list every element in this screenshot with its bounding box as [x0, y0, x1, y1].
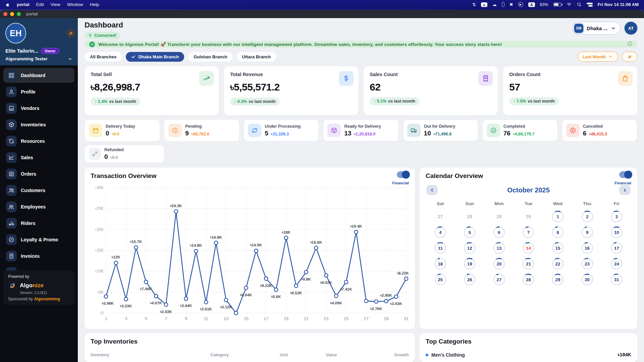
calendar-date-11[interactable]: 11	[426, 242, 455, 254]
calendar-date-3[interactable]: 3	[602, 210, 631, 223]
playback-icon[interactable]: ▶	[518, 2, 523, 7]
calendar-date-26[interactable]: 26	[455, 274, 485, 286]
sidebar-item-customers[interactable]: Customers	[3, 183, 74, 198]
menubar-view-menu[interactable]: View	[51, 2, 60, 7]
calendar-financial-toggle[interactable]	[619, 171, 631, 178]
calendar-date-19[interactable]: 19	[455, 258, 485, 270]
calendar-date-29[interactable]: 29	[543, 274, 573, 286]
calendar-date-2[interactable]: 2	[573, 210, 602, 223]
calendar-day-header: Fri	[602, 201, 631, 206]
sidebar-item-dashboard[interactable]: Dashboard	[3, 68, 74, 83]
svg-text:11: 11	[204, 316, 209, 321]
tab-gulshan-branch[interactable]: Gulshan Branch	[188, 52, 232, 62]
tile-count: 6	[583, 130, 587, 137]
apple-menu-icon[interactable]	[5, 2, 10, 7]
peripheral-battery-icon[interactable]	[502, 2, 504, 7]
close-window-button[interactable]	[3, 12, 7, 16]
calendar-date-27[interactable]: 27	[484, 274, 514, 286]
calendar-day-header: Sun	[455, 201, 485, 206]
financial-toggle-label: Financial	[392, 181, 409, 185]
sidebar-item-riders[interactable]: Riders	[3, 216, 74, 231]
calendar-date-20[interactable]: 20	[484, 258, 514, 270]
user-row[interactable]: Algoramming Tester	[5, 56, 72, 61]
tile-count: 0	[104, 153, 108, 161]
sync-icon	[251, 127, 258, 134]
calendar-date-30[interactable]: 30	[573, 274, 602, 286]
user-avatar[interactable]: AT	[625, 22, 637, 35]
sidebar-collapse-button[interactable]	[66, 28, 75, 38]
calendar-date-24[interactable]: 24	[602, 258, 631, 270]
calendar-date-1[interactable]: 1	[543, 210, 573, 223]
menubar-app-menu[interactable]: portal	[17, 2, 30, 7]
minimize-window-button[interactable]	[10, 12, 14, 16]
calendar-date-9[interactable]: 9	[573, 226, 602, 238]
calendar-month-label: October 2025	[507, 186, 550, 194]
pinwheel-icon[interactable]: ✖	[509, 2, 513, 7]
sidebar-item-label: Loyalty & Promo	[21, 237, 58, 242]
search-icon[interactable]	[577, 2, 582, 7]
sidebar-item-loyalty-promo[interactable]: Loyalty & Promo	[3, 232, 74, 247]
info-icon[interactable]	[627, 41, 633, 48]
sidebar-item-orders[interactable]: Orders	[3, 167, 74, 181]
user-icon-box	[6, 86, 17, 97]
calendar-date-28[interactable]: 28	[514, 274, 543, 286]
calendar-date-12[interactable]: 12	[455, 242, 485, 254]
calendar-date-5[interactable]: 5	[455, 226, 485, 238]
svg-text:৳15K: ৳15K	[95, 248, 104, 253]
financial-toggle[interactable]	[397, 171, 409, 178]
period-filter-dropdown[interactable]: Last Month	[578, 52, 618, 62]
calendar-date-4[interactable]: 4	[426, 226, 455, 238]
calendar-date-15[interactable]: 15	[543, 242, 573, 254]
tile-title: Under Processing	[265, 124, 301, 129]
tab-dhaka-main-branch[interactable]: Dhaka Main Branch	[126, 52, 184, 62]
calendar-prev-button[interactable]	[426, 185, 438, 195]
calendar-date-number: 9	[586, 230, 589, 235]
menubar-help-menu[interactable]: Help	[90, 2, 99, 7]
calendar-date-13[interactable]: 13	[484, 242, 514, 254]
battery-icon[interactable]	[553, 3, 561, 6]
cloud-icon[interactable]: ☁	[492, 2, 497, 7]
sidebar-item-vendors[interactable]: Vendors	[3, 101, 74, 116]
tab-all-branches[interactable]: All Branches	[85, 52, 122, 62]
rider-icon-box	[6, 218, 17, 229]
calendar-date-22[interactable]: 22	[543, 258, 573, 270]
menubar-edit-menu[interactable]: Edit	[36, 2, 44, 7]
menubar-window-menu[interactable]: Window	[67, 2, 83, 7]
tab-uttara-branch[interactable]: Uttara Branch	[237, 52, 276, 62]
sidebar-item-sales[interactable]: Sales	[3, 150, 74, 165]
calendar-date-10[interactable]: 10	[602, 226, 631, 238]
svg-text:৳10K: ৳10K	[95, 269, 104, 274]
sponsor-link[interactable]: Algoramming	[34, 297, 60, 301]
calendar-date-18[interactable]: 18	[426, 258, 455, 270]
calendar-date-31[interactable]: 31	[602, 274, 631, 286]
calendar-date-8[interactable]: 8	[543, 226, 573, 238]
calendar-date-6[interactable]: 6	[484, 226, 514, 238]
control-center-icon[interactable]	[587, 3, 593, 7]
menubar-clock[interactable]: Fri Nov 14 11:06 AM	[598, 2, 639, 7]
store-icon	[8, 105, 14, 111]
input-source-badge[interactable]: A	[528, 2, 535, 7]
org-avatar[interactable]: EH	[5, 23, 26, 44]
sidebar-item-employees[interactable]: Employees	[3, 199, 74, 214]
sidebar-item-resources[interactable]: Resources	[3, 134, 74, 148]
calendar-date-21[interactable]: 21	[514, 258, 543, 270]
sync-arrows-icon[interactable]: ⇅	[472, 2, 476, 7]
calendar-date-16[interactable]: 16	[573, 242, 602, 254]
sidebar-item-invoices[interactable]: Invoices	[3, 249, 74, 263]
calendar-date-14[interactable]: 14	[514, 242, 543, 254]
calendar-date-7[interactable]: 7	[514, 226, 543, 238]
sidebar-item-profile[interactable]: Profile	[3, 84, 74, 99]
tile-icon-box	[89, 124, 102, 137]
calendar-date-23[interactable]: 23	[573, 258, 602, 270]
sidebar-item-inventories[interactable]: Inventories	[3, 117, 74, 132]
calendar-date-17[interactable]: 17	[602, 242, 631, 254]
calendar-date-25[interactable]: 25	[426, 274, 455, 286]
calendar-day-headers: SatSunMonTueWedThuFri	[426, 201, 631, 206]
refresh-button[interactable]	[622, 52, 637, 62]
zoom-window-button[interactable]	[17, 12, 21, 16]
calendar-next-button[interactable]	[619, 185, 631, 195]
branch-selector-dropdown[interactable]: DB Dhaka ...	[572, 22, 621, 35]
truck-icon	[411, 127, 417, 134]
stage-manager-icon[interactable]: ▲	[481, 2, 487, 7]
wifi-icon[interactable]	[567, 2, 572, 7]
